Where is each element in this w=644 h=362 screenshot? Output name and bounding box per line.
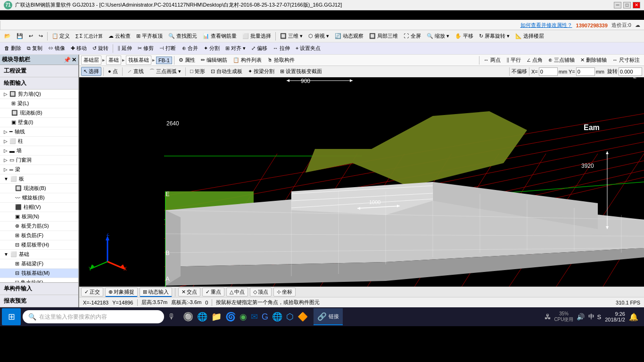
toolbar-merge-btn[interactable]: ⊕ 合并	[180, 44, 200, 53]
toolbar-property-btn[interactable]: ⚙ 属性	[176, 56, 198, 65]
snap-object-btn[interactable]: ⊕ 对象捕捉	[105, 288, 138, 297]
crumb-floor[interactable]: 基础层	[81, 56, 101, 65]
y-input[interactable]	[576, 67, 595, 76]
rotate-input[interactable]	[619, 67, 642, 76]
toolbar-select-btn[interactable]: ↖ 选择	[81, 67, 101, 76]
toolbar-fullscreen-btn[interactable]: ⛶ 全屏	[401, 32, 423, 41]
toolbar-batch-select-btn[interactable]: ⬜ 批量选择	[240, 32, 273, 41]
toolbar-trim-btn[interactable]: ✂ 修剪	[135, 44, 156, 53]
tree-item-col-cap[interactable]: ⬛ 柱帽(V)	[0, 203, 78, 212]
toolbar-rotate-btn[interactable]: ↺ 旋转	[90, 44, 111, 53]
taskbar-app-link[interactable]: 🔗 链接	[314, 308, 343, 325]
toolbar-pan-btn[interactable]: ✋ 平移	[453, 32, 476, 41]
toolbar-select-floor-btn[interactable]: 📐 选择楼层	[513, 32, 546, 41]
toolbar-cloud-check-btn[interactable]: ☁ 云检查	[106, 32, 133, 41]
volume-icon[interactable]: 🔊	[577, 313, 585, 321]
task-icon-cortana[interactable]: 🔘	[183, 312, 193, 322]
cpu-icon[interactable]: 35% CPU使用	[554, 311, 573, 322]
toolbar-del-axis-btn[interactable]: ✕ 删除辅轴	[578, 56, 609, 65]
mic-icon[interactable]: 🎙	[168, 313, 175, 321]
close-sidebar-icon[interactable]: ✕	[72, 57, 76, 63]
crumb-foundation[interactable]: 基础	[106, 56, 121, 65]
toolbar-raft-section-btn[interactable]: ⊞ 设置筏板变截面	[278, 67, 324, 76]
toolbar-pick-btn[interactable]: 🖱 拾取构件	[265, 56, 297, 65]
tree-group-openings[interactable]: ▷ ▭ 门窗洞	[0, 156, 78, 165]
task-icon-nav[interactable]: ⬡	[286, 312, 294, 322]
toolbar-define-btn[interactable]: 📋 定义	[50, 32, 72, 41]
taskbar-search[interactable]: 🔍 在这里输入你要搜索的内容	[23, 310, 164, 323]
toolbar-component-list-btn[interactable]: 📋 构件列表	[231, 56, 264, 65]
task-icon-g[interactable]: G	[262, 312, 268, 322]
toolbar-edit-rebar-btn[interactable]: ✏ 编辑钢筋	[198, 56, 230, 65]
toolbar-open-btn[interactable]: 📂	[2, 32, 13, 40]
toolbar-extend-btn[interactable]: ‖ 延伸	[115, 44, 134, 53]
toolbar-dynamic-obs-btn[interactable]: 🔄 动态观察	[332, 32, 366, 41]
toolbar-redo-btn[interactable]: ↪	[36, 32, 45, 40]
single-component-btn[interactable]: 单构件输入	[0, 283, 78, 295]
toolbar-two-point-btn[interactable]: ↔ 两点	[481, 56, 503, 65]
tree-group-shear-wall[interactable]: ▷ 🔲 剪力墙(Q)	[0, 90, 78, 99]
task-icon-file[interactable]: 📁	[211, 312, 222, 322]
toolbar-align-btn[interactable]: ⊞ 对齐 ▾	[223, 44, 248, 53]
tree-item-cast-slab2[interactable]: 🔲 现浇板(B)	[0, 184, 78, 193]
toolbar-stretch-btn[interactable]: ↔ 拉伸	[271, 44, 292, 53]
minimize-button[interactable]: ─	[614, 2, 621, 8]
tree-item-floor-strip[interactable]: ⊟ 楼层板带(H)	[0, 240, 78, 250]
section-project-settings[interactable]: 工程设置	[0, 65, 78, 77]
tree-item-beam[interactable]: ⊞ 梁(L)	[0, 99, 78, 108]
toolbar-offset-btn[interactable]: ⤢ 偏移	[249, 44, 270, 53]
ime-lang[interactable]: 中	[588, 313, 594, 321]
tree-item-slab-hole[interactable]: ▣ 板洞(N)	[0, 212, 78, 222]
tree-group-foundation[interactable]: ▼ ⬜ 基础	[0, 250, 78, 259]
tree-item-niche[interactable]: ▣ 壁龛(I)	[0, 118, 78, 127]
toolbar-rect-btn[interactable]: □ 矩形	[188, 67, 207, 76]
toolbar-auto-slab-btn[interactable]: ⊡ 自动生成板	[208, 67, 245, 76]
tree-group-beam2[interactable]: ▷ ═ 梁	[0, 165, 78, 174]
snap-dynamic-input-btn[interactable]: ⊞ 动态输入	[140, 288, 172, 297]
taskbar-clock[interactable]: 9:26 2018/1/2	[605, 311, 625, 322]
toolbar-undo-btn[interactable]: ↩	[26, 32, 35, 40]
task-icon-browser2[interactable]: 🌐	[272, 312, 282, 322]
viewport[interactable]: 3300 900 1000 3920 2640 7 8 2 E B A A1	[79, 77, 644, 287]
toolbar-grip-btn[interactable]: ⌖ 设置夹点	[293, 44, 323, 53]
close-button[interactable]: ✕	[633, 2, 640, 8]
task-icon-edge[interactable]: 🌐	[197, 312, 207, 322]
toolbar-view-rebar-btn[interactable]: 📊 查看钢筋量	[200, 32, 239, 41]
report-preview-btn[interactable]: 报表预览	[0, 295, 78, 307]
tree-item-neg-bar[interactable]: ⊞ 板负筋(F)	[0, 231, 78, 240]
tree-group-wall[interactable]: ▷ ▬ 墙	[0, 146, 78, 156]
snap-coord-btn[interactable]: ⊹ 坐标	[273, 288, 296, 296]
pin-icon[interactable]: 📌	[64, 57, 71, 63]
start-button[interactable]: ⊞	[2, 308, 21, 325]
task-icon-chrome[interactable]: ◉	[239, 312, 247, 322]
toolbar-top-view-btn[interactable]: ⬡ 俯视 ▾	[306, 32, 331, 41]
tree-item-spiral-slab[interactable]: 〰 螺旋板(B)	[0, 193, 78, 203]
task-icon-ie[interactable]: 🌀	[225, 312, 236, 322]
task-icon-email[interactable]: ✉	[251, 312, 258, 322]
crumb-component[interactable]: FB-1	[156, 57, 172, 64]
tree-item-sump[interactable]: ▽ 集水坑(K)	[0, 278, 78, 282]
toolbar-save-btn[interactable]: 💾	[14, 32, 25, 40]
section-draw-input[interactable]: 绘图输入	[0, 77, 78, 90]
help-link[interactable]: 如何查看并修改属性？	[520, 22, 572, 29]
toolbar-point-btn[interactable]: ● 点	[106, 67, 120, 76]
task-icon-glodon[interactable]: 🔶	[297, 312, 308, 322]
tree-item-found-beam[interactable]: ⊞ 基础梁(F)	[0, 259, 78, 269]
maximize-button[interactable]: □	[623, 2, 631, 8]
tree-item-raft[interactable]: ⊟ 筏板基础(M)	[0, 269, 78, 278]
snap-orthogonal-btn[interactable]: ✓ 正交	[81, 288, 103, 296]
toolbar-split-beam-btn[interactable]: ✦ 按梁分割	[246, 67, 277, 76]
toolbar-zoom-btn[interactable]: 🔍 缩放 ▾	[424, 32, 452, 41]
toolbar-align-top-btn[interactable]: ⊞ 平齐板顶	[134, 32, 165, 41]
x-input[interactable]	[539, 67, 558, 76]
notification-icon[interactable]: 🔔	[629, 313, 638, 321]
snap-midpoint-btn[interactable]: △ 中点	[226, 288, 248, 296]
tree-group-column[interactable]: ▷ ⬜ 柱	[0, 137, 78, 146]
toolbar-mirror-btn[interactable]: ⇔ 镜像	[46, 44, 67, 53]
toolbar-move-btn[interactable]: ✚ 移动	[68, 44, 89, 53]
tree-group-axis[interactable]: ▷ ━ 轴线	[0, 127, 78, 137]
tree-item-cast-slab[interactable]: 🔲 现浇板(B)	[0, 108, 78, 118]
toolbar-find-btn[interactable]: 🔍 查找图元	[166, 32, 199, 41]
toolbar-dim-btn[interactable]: ↔ 尺寸标注	[610, 56, 642, 65]
network-icon[interactable]: 🖧	[545, 313, 551, 321]
